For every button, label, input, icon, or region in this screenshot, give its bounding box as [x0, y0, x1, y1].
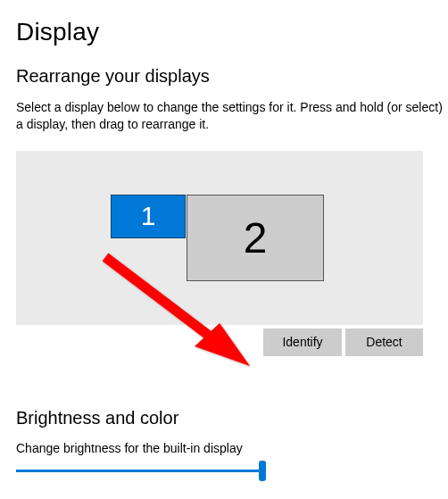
brightness-heading: Brightness and color [16, 408, 448, 428]
brightness-label: Change brightness for the built-in displ… [16, 441, 448, 455]
display-item-2[interactable]: 2 [187, 195, 324, 281]
display-action-row: Identify Detect [16, 329, 423, 356]
detect-button[interactable]: Detect [345, 329, 423, 356]
brightness-slider[interactable] [16, 470, 266, 472]
brightness-slider-thumb[interactable] [259, 461, 266, 481]
display-item-1[interactable]: 1 [111, 195, 186, 238]
rearrange-description: Select a display below to change the set… [16, 99, 448, 133]
identify-button[interactable]: Identify [263, 329, 342, 356]
display-number-label: 2 [244, 213, 268, 262]
display-arrangement-canvas[interactable]: 1 2 [16, 151, 423, 325]
rearrange-heading: Rearrange your displays [16, 66, 448, 87]
display-number-label: 1 [141, 201, 156, 231]
page-title: Display [16, 18, 448, 46]
